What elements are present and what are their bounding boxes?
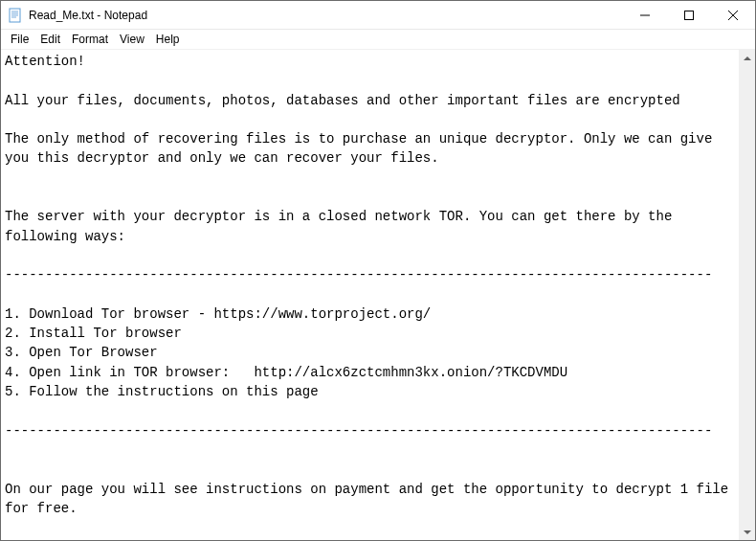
text-editor[interactable]: Attention! All your files, documents, ph… xyxy=(1,50,739,540)
scroll-track[interactable] xyxy=(740,66,755,524)
notepad-window: Read_Me.txt - Notepad File Edit xyxy=(0,0,756,541)
vertical-scrollbar[interactable] xyxy=(739,50,755,540)
window-title: Read_Me.txt - Notepad xyxy=(29,9,623,22)
chevron-up-icon xyxy=(744,56,751,60)
maximize-icon xyxy=(684,11,694,20)
minimize-button[interactable] xyxy=(623,1,667,29)
menu-help[interactable]: Help xyxy=(150,32,186,47)
menu-format[interactable]: Format xyxy=(66,32,114,47)
chevron-down-icon xyxy=(744,530,751,534)
notepad-icon xyxy=(8,8,23,23)
scroll-up-button[interactable] xyxy=(740,50,755,66)
menu-edit[interactable]: Edit xyxy=(34,32,66,47)
menu-view[interactable]: View xyxy=(114,32,150,47)
titlebar[interactable]: Read_Me.txt - Notepad xyxy=(1,1,755,30)
menubar: File Edit Format View Help xyxy=(1,30,755,49)
window-controls xyxy=(623,1,755,29)
close-button[interactable] xyxy=(711,1,755,29)
scroll-down-button[interactable] xyxy=(740,524,755,540)
editor-area: Attention! All your files, documents, ph… xyxy=(1,49,755,540)
close-icon xyxy=(728,11,738,20)
menu-file[interactable]: File xyxy=(5,32,34,47)
svg-rect-6 xyxy=(685,11,694,19)
minimize-icon xyxy=(640,11,650,20)
maximize-button[interactable] xyxy=(667,1,711,29)
